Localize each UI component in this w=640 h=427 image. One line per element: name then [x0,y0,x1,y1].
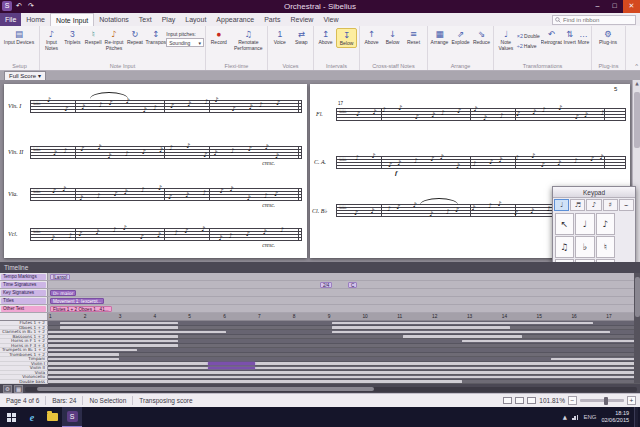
titles-label[interactable]: Titles [1,298,46,305]
keypad-key[interactable]: ♭ [575,236,595,258]
keypad-title[interactable]: Keypad [553,187,635,198]
zoom-slider[interactable] [580,399,624,402]
scrollbar-thumb[interactable] [37,387,374,391]
activity-segment[interactable] [48,371,640,374]
ribbon-tab[interactable]: View [318,13,343,26]
activity-segment[interactable] [48,331,226,334]
keypad-tab[interactable]: ♯ [603,199,618,211]
timeline-view-icon[interactable]: ▦ [14,385,23,393]
redo-icon[interactable]: ↷ [26,1,36,11]
activity-segment[interactable] [48,380,462,383]
explode-button[interactable]: ⇗ Explode [450,28,471,46]
sounding-dropdown[interactable]: Sounding ▾ [166,38,204,47]
swap-button[interactable]: ⇄ Swap [291,28,313,46]
activity-segment[interactable] [48,362,640,365]
retrograde-button[interactable]: ↶ Retrograde [541,28,563,51]
selected-segment[interactable] [208,362,255,365]
activity-segment[interactable] [60,322,178,325]
keypad-key[interactable]: ↔ [575,259,595,263]
more-button[interactable]: … More [577,28,590,51]
cross-staff-below-button[interactable]: ↓ Below [382,28,403,46]
find-in-ribbon[interactable] [552,15,636,25]
bar-number[interactable]: 10 [361,313,396,320]
timeline-vertical-scrollbar[interactable] [634,273,640,383]
timeline-instrument-row[interactable]: Double bass [0,380,640,385]
ribbon-tab[interactable]: Note Input [50,13,94,26]
bar-number[interactable]: 9 [327,313,362,320]
double-button[interactable]: ×2 Double [517,31,541,40]
zoom-out-button[interactable]: − [568,396,577,405]
ribbon-tab[interactable]: Home [21,13,50,26]
keypad-tab[interactable]: ⌣ [619,199,634,211]
find-in-ribbon-input[interactable] [561,16,631,24]
sibelius-taskbar-icon[interactable]: S [62,407,82,427]
reduce-button[interactable]: ⇘ Reduce [471,28,492,46]
instrument-name[interactable]: Double bass [0,380,48,385]
bar-number[interactable]: 16 [570,313,605,320]
ribbon-tab[interactable]: Text [134,13,157,26]
triplets-button[interactable]: 3 Triplets [62,28,83,51]
activity-segment[interactable] [551,358,640,361]
note-values-button[interactable]: ♩ Note Values [495,28,517,51]
activity-segment[interactable] [48,349,137,352]
timeline-horizontal-scrollbar[interactable] [25,387,637,392]
timeline-panel-title[interactable]: Timeline [0,262,640,273]
bar-number[interactable]: 5 [187,313,222,320]
timesig-chip[interactable]: C [348,282,357,289]
activity-segment[interactable] [332,326,510,329]
language-indicator[interactable]: ENG [583,414,596,420]
bar-number[interactable]: 4 [152,313,187,320]
activity-segment[interactable] [48,335,178,338]
staff-fl[interactable]: ♭♭♭♭♭ 17 ♪♪♪♪♪♪♪♪♪♪♪♪♪♪♪♪♪♪ [336,108,626,121]
keypad-tab[interactable]: ♪ [586,199,601,211]
keypad-tab[interactable]: ♬ [570,199,585,211]
activity-segment[interactable] [332,322,592,325]
staff-vla[interactable]: ♭♭♭♭♭ cresc. ♪♪♪♪♪♪♪♪♪♪♪♪♪♪♪♪ [30,188,302,201]
other-text-label[interactable]: Other Text [1,306,46,313]
collapse-ribbon-icon[interactable]: ^ [635,63,638,69]
bar-number[interactable]: 3 [118,313,153,320]
activity-segment[interactable] [462,340,640,343]
score-area[interactable]: 5 Vln. I ♭♭♭♭♭ ♪♪♪♪♪♪♪♪♪♪♪♪♪♪♪♪ Vln. II … [0,80,640,262]
title-chip[interactable]: Movement 1: (excerpt... [50,298,104,305]
ribbon-tab[interactable]: Play [157,13,181,26]
ribbon-tab[interactable]: Review [285,13,318,26]
start-button[interactable] [0,407,22,427]
activity-segment[interactable] [48,367,640,370]
ribbon-tab[interactable]: Notations [94,13,134,26]
browser-taskbar-icon[interactable]: e [22,407,42,427]
timeline-settings-icon[interactable]: ⚙ [3,385,12,393]
activity-segment[interactable] [60,326,178,329]
staff-vln1[interactable]: ♭♭♭♭♭ ♪♪♪♪♪♪♪♪♪♪♪♪♪♪♪♪ [30,100,302,113]
bar-number[interactable]: 1 [48,313,83,320]
close-button[interactable]: ✕ [623,0,640,13]
activity-segment[interactable] [332,331,610,334]
ribbon-tab[interactable]: Parts [259,13,285,26]
activity-segment[interactable] [48,376,640,379]
time-signatures-label[interactable]: Time Signatures [1,282,46,289]
keypad-key[interactable]: ♩ [575,213,595,235]
keypad-key[interactable]: ♮ [596,236,616,258]
input-devices-button[interactable]: ▤ Input Devices [1,28,37,46]
halve-button[interactable]: ÷2 Halve [517,41,541,50]
ribbon-tab[interactable]: Layout [180,13,211,26]
bar-number[interactable]: 12 [431,313,466,320]
app-icon[interactable]: S [2,1,12,11]
keypad-key[interactable]: ♯ [555,259,575,263]
bar-number[interactable]: 14 [501,313,536,320]
bar-number[interactable]: 11 [396,313,431,320]
bar-number[interactable]: 7 [257,313,292,320]
status-transposing[interactable]: Transposing score [133,397,198,404]
invert-button[interactable]: ⇅ Invert [562,28,577,51]
view-mode-icon[interactable] [515,397,524,404]
tempo-chip[interactable]: [Largo] [50,274,70,281]
tempo-markings-label[interactable]: Tempo Markings [1,274,46,281]
ribbon-tab[interactable]: Appearance [211,13,259,26]
scrollbar-thumb[interactable] [634,92,640,148]
arrange-button[interactable]: ▦ Arrange [429,28,450,46]
bar-number[interactable]: 13 [466,313,501,320]
interval-below-button[interactable]: ↧ Below [336,28,357,48]
renotate-performance-button[interactable]: ♫ Renotate Performance [231,28,266,51]
repeat-button[interactable]: ↻ Repeat [125,28,146,51]
scroll-up-icon[interactable]: ▲ [633,80,640,88]
